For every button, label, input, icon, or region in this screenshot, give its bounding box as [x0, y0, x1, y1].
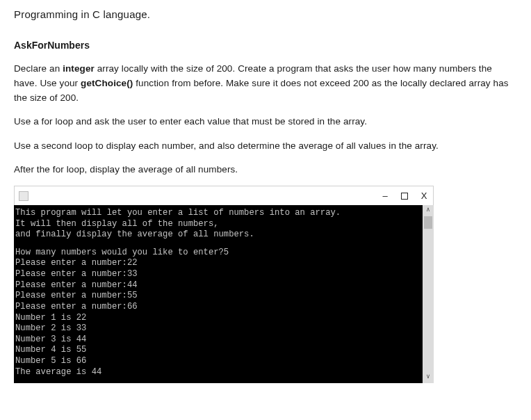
instruction-paragraph-2: Use a for loop and ask the user to enter… [14, 115, 517, 129]
terminal-line: Number 5 is 66 [15, 356, 432, 367]
terminal-line: Please enter a number:33 [15, 269, 432, 280]
section-heading: AskForNumbers [14, 40, 517, 51]
console-window: – X ∧ ∨ This program will let you enter … [14, 186, 434, 383]
terminal-line: The average is 44 [15, 367, 432, 378]
terminal-intro-line-3: and finally display the average of all n… [15, 229, 432, 241]
close-button[interactable]: X [419, 191, 429, 201]
terminal-intro-line-2: It will then display all of the numbers, [15, 219, 432, 230]
text: Declare an [14, 63, 63, 74]
window-controls: – X [380, 191, 429, 201]
terminal-line: Please enter a number:22 [15, 258, 432, 269]
terminal-line: Number 2 is 33 [15, 323, 432, 334]
terminal-line: Please enter a number:66 [15, 302, 432, 313]
scroll-up-icon[interactable]: ∧ [423, 205, 434, 216]
minimize-button[interactable]: – [380, 191, 390, 201]
terminal-line: Number 4 is 55 [15, 345, 432, 356]
terminal-output-block: How many numbers would you like to enter… [15, 248, 432, 378]
scroll-thumb[interactable] [424, 216, 432, 229]
terminal-line: How many numbers would you like to enter… [15, 248, 432, 259]
keyword-getchoice: getChoice() [81, 78, 133, 88]
window-titlebar[interactable]: – X [14, 186, 434, 205]
console-body: ∧ ∨ This program will let you enter a li… [14, 205, 434, 383]
maximize-button[interactable] [401, 193, 408, 200]
terminal-line: Number 1 is 22 [15, 313, 432, 324]
instruction-paragraph-3: Use a second loop to display each number… [14, 139, 517, 154]
terminal-line: Please enter a number:55 [15, 291, 432, 302]
page-title: Programming in C language. [14, 8, 517, 20]
terminal-intro-line-1: This program will let you enter a list o… [15, 208, 432, 219]
instruction-paragraph-4: After the for loop, display the average … [14, 163, 517, 177]
instruction-paragraph-1: Declare an integer array locally with th… [14, 62, 517, 106]
terminal-line: Please enter a number:44 [15, 280, 432, 291]
app-icon [19, 191, 28, 201]
vertical-scrollbar[interactable]: ∧ ∨ [423, 205, 434, 383]
scroll-down-icon[interactable]: ∨ [423, 372, 434, 383]
terminal-line: Number 3 is 44 [15, 334, 432, 346]
keyword-integer: integer [63, 63, 95, 74]
